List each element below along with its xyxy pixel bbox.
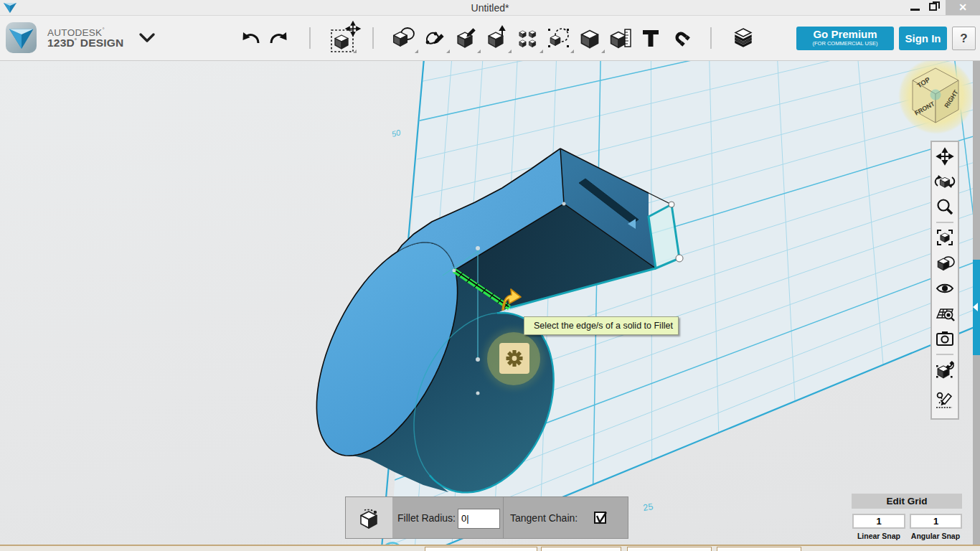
svg-text:50: 50 — [391, 128, 402, 138]
svg-text:25: 25 — [642, 501, 654, 513]
